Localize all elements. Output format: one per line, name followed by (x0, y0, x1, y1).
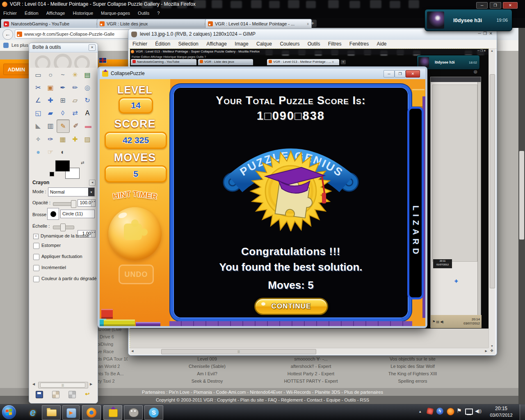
tbx-scroll-right-icon[interactable]: ▶ (90, 382, 92, 386)
game-list-item[interactable]: HOTTEST PARTY - Expert (255, 379, 367, 383)
tool-flip-icon[interactable]: ⇄ (69, 107, 81, 119)
url-bar[interactable]: www.vgr-fr.com/Super-Collapse-Puzzle-Gal… (15, 30, 131, 39)
skype-toast[interactable]: l0dysee h3i 19:06 (425, 9, 512, 31)
tool-fuzzy-select-icon[interactable]: ✳ (69, 68, 81, 81)
gimp-menu-filtres[interactable]: Filtres (328, 41, 342, 47)
restore-options-button[interactable] (52, 391, 59, 398)
start-button[interactable] (2, 405, 16, 419)
tool-eraser-icon[interactable]: ▬ (82, 119, 94, 132)
tool-bucket-fill-icon[interactable]: ◣ (32, 119, 44, 132)
tool-measure-icon[interactable]: ∠ (32, 94, 44, 107)
tool-rect-select-icon[interactable]: ▭ (32, 68, 44, 81)
tray-expand-icon[interactable]: ▴ (419, 409, 421, 413)
game-list-item[interactable]: Spelling errors (358, 379, 468, 383)
game-restore-button[interactable]: ❐ (395, 70, 406, 78)
gimp-navigation-button[interactable]: ✥ (488, 348, 495, 354)
tool-shear-icon[interactable]: ▰ (44, 107, 57, 119)
tool-ellipse-select-icon[interactable]: ○ (44, 68, 57, 81)
scroll-down-icon[interactable]: ▼ (491, 345, 493, 347)
opacity-value[interactable]: 100.0 (78, 199, 96, 207)
gimp-menu-outils[interactable]: Outils (308, 41, 320, 47)
game-list-item[interactable]: Cheniselle (Sable) (148, 364, 267, 369)
tab-liste-des-jeux[interactable]: VGR : Liste des jeux x (97, 19, 209, 28)
gimp-menu-aide[interactable]: Aide (377, 41, 387, 47)
menu-fichier[interactable]: Fichier (3, 11, 17, 16)
tray-daemon-tools-icon[interactable]: ϟ (436, 408, 443, 415)
tool-dodge-burn-icon[interactable]: ◐ (57, 146, 69, 158)
gimp-vscroll-thumb[interactable] (490, 74, 495, 288)
gimp-menu-fenetres[interactable]: Fenêtres (349, 41, 369, 47)
page-scrollbar[interactable] (518, 28, 525, 404)
hint-timer-ball[interactable] (108, 207, 162, 260)
minimize-button[interactable]: ─ (476, 2, 488, 9)
tool-zoom-icon[interactable]: ◎ (81, 81, 94, 94)
game-list-item[interactable]: lan World 2 (97, 364, 128, 369)
toolbox-titlebar[interactable]: Boîte à outils ✕ (29, 43, 98, 52)
gimp-vscrollbar[interactable]: ▲ ▼ (488, 49, 495, 348)
close-button[interactable]: ✕ (503, 2, 518, 9)
game-list-item[interactable]: Am I Evil? (148, 371, 267, 376)
game-list-item[interactable]: The King of Fighters XIII (358, 371, 468, 376)
bookmarks-label[interactable]: Les plus (11, 43, 28, 48)
game-list-item[interactable]: Level 009 (148, 356, 267, 361)
gimp-hscroll-thumb[interactable]: ||| (161, 349, 316, 354)
tool-paintbrush-icon[interactable]: ✐ (70, 119, 82, 132)
scroll-right-icon[interactable]: ▶ (485, 349, 487, 353)
new-tab-button[interactable]: + (308, 20, 317, 27)
game-list-item[interactable]: smooooch·∀· -... (255, 356, 367, 362)
default-colors-icon[interactable] (50, 172, 54, 176)
tool-paths-icon[interactable]: ✒ (57, 81, 69, 94)
tool-airbrush-icon[interactable]: ✧ (32, 133, 44, 146)
taskbar-item-skype[interactable]: S (144, 405, 163, 420)
toolbox-close-button[interactable]: ✕ (89, 44, 96, 51)
tbx-scroll-left-icon[interactable]: ◀ (32, 382, 35, 386)
taskbar-item-media-player[interactable]: ▶ (62, 405, 80, 420)
game-list-item[interactable]: aftershock!! - Expert (255, 364, 367, 369)
network-icon[interactable] (465, 409, 473, 415)
tool-scale-icon[interactable]: ◱ (32, 107, 44, 119)
tool-pencil-icon[interactable]: ✎ (57, 119, 70, 133)
menu-edition[interactable]: Édition (25, 11, 39, 16)
taskbar-clock[interactable]: 20:15 03/07/2012 (487, 406, 515, 418)
tab-youtube[interactable]: ▶ NarutosebGaming - YouTube x (1, 19, 101, 28)
tool-color-picker-icon[interactable]: ✏ (69, 81, 81, 94)
tool-smudge-icon[interactable]: ☞ (44, 146, 57, 158)
menu-affichage[interactable]: Affichage (46, 11, 65, 16)
game-list-item[interactable]: nts To Be A... (97, 371, 128, 376)
taskbar-item-internet-explorer[interactable]: e (25, 406, 40, 419)
swap-colors-icon[interactable]: ⇄ (81, 160, 84, 165)
gimp-menu-couleurs[interactable]: Couleurs (280, 41, 299, 47)
game-list-item[interactable]: Le topic des Star Wolf (358, 364, 468, 369)
gimp-menu-calque[interactable]: Calque (256, 41, 272, 47)
tool-free-select-icon[interactable]: ~ (57, 68, 69, 81)
taskbar-item-collapse-puzzle[interactable] (103, 405, 122, 420)
tray-antivirus-icon[interactable] (427, 408, 434, 415)
gimp-restore-button[interactable]: ❐ (483, 31, 487, 36)
estomper-checkbox[interactable] (33, 243, 39, 249)
gimp-menu-image[interactable]: Image (235, 41, 248, 47)
gimp-menu-edition[interactable]: Édition (155, 41, 170, 47)
brush-select[interactable]: Circle (11) (60, 210, 95, 218)
tool-gradient-icon[interactable]: ▥ (44, 119, 57, 132)
game-titlebar[interactable]: CollapsePuzzle ─ ❐ ✕ (100, 68, 425, 80)
tool-rotate-icon[interactable]: ↻ (81, 94, 94, 107)
tool-crop-icon[interactable]: ▱ (69, 94, 81, 107)
gimp-close-button[interactable]: ✕ (489, 31, 493, 36)
tool-clone-icon[interactable]: ▦ (57, 133, 69, 146)
incrementiel-checkbox[interactable] (33, 265, 39, 271)
game-list-item[interactable]: Vos objectifs sur le site (358, 356, 468, 361)
volume-icon[interactable]: ◀)) (475, 408, 482, 414)
game-list-item[interactable]: piDiving (97, 342, 128, 347)
menu-outils[interactable]: Outils (138, 11, 149, 16)
brush-dynamics-label[interactable]: Dynamique de la brosse (41, 233, 89, 238)
tool-blur-sharpen-icon[interactable]: ● (32, 146, 44, 158)
tool-foreground-select-icon[interactable]: ▣ (44, 81, 57, 94)
tool-text-icon[interactable]: A (81, 107, 94, 119)
mode-select[interactable]: Normal ▼ (48, 187, 95, 196)
collapse-options-button[interactable]: ◂ (89, 180, 96, 186)
copyright-text[interactable]: Copyright © 2003-2011 VGR : Copyright - … (156, 397, 369, 402)
tool-perspective-icon[interactable]: ◊ (57, 107, 69, 119)
gimp-hscrollbar[interactable]: ◀ ||| ▶ (130, 348, 488, 354)
tbx-hscrollbar[interactable]: ||| (38, 382, 88, 388)
tool-align-icon[interactable]: ⊞ (57, 94, 69, 107)
